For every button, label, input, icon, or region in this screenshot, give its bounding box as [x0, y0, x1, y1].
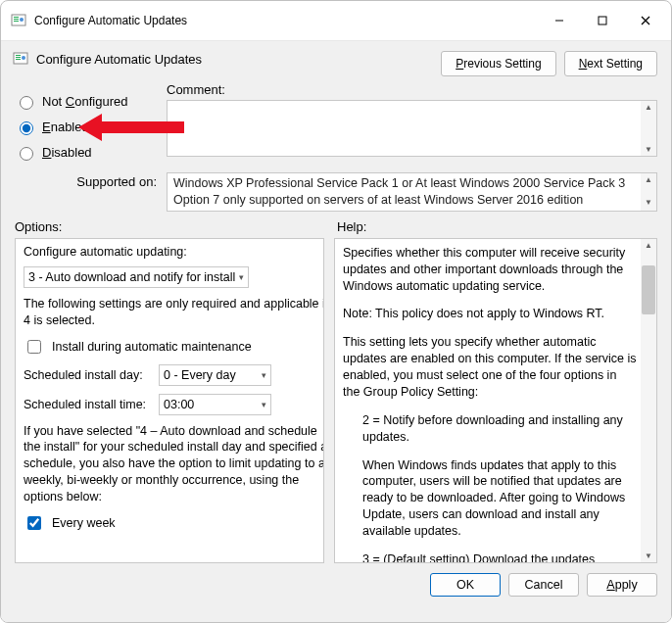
comment-label: Comment:	[167, 82, 657, 97]
radio-disabled[interactable]: Disabled	[15, 139, 167, 165]
svg-point-13	[22, 56, 25, 60]
install-maintenance-checkbox[interactable]: Install during automatic maintenance	[24, 337, 315, 357]
help-p2: Note: This policy does not apply to Wind…	[343, 306, 637, 322]
configure-updating-label: Configure automatic updating:	[24, 245, 315, 259]
scroll-up-icon: ▲	[643, 239, 654, 252]
svg-rect-3	[14, 21, 19, 22]
only-required-text: The following settings are only required…	[24, 296, 315, 329]
next-setting-button[interactable]: Next Setting	[564, 51, 657, 76]
scheduled-time-value: 03:00	[164, 398, 194, 411]
cancel-button[interactable]: Cancel	[508, 573, 579, 597]
ok-button[interactable]: OK	[430, 573, 501, 597]
scheduled-day-label: Scheduled install day:	[24, 368, 151, 382]
update-mode-value: 3 - Auto download and notify for install	[28, 270, 235, 284]
help-scrollbar[interactable]: ▲ ▼	[641, 239, 656, 562]
scroll-down-icon: ▼	[643, 143, 654, 156]
options-label: Options:	[15, 219, 337, 234]
svg-rect-12	[16, 59, 21, 60]
page-subtitle: Configure Automatic Updates	[36, 52, 202, 67]
scheduled-time-select[interactable]: 03:00 ▾	[159, 394, 271, 415]
apply-button[interactable]: Apply	[587, 573, 657, 597]
scroll-up-icon: ▲	[643, 101, 654, 114]
help-pane: Specifies whether this computer will rec…	[334, 238, 657, 563]
help-p4: 2 = Notify before downloading and instal…	[343, 412, 637, 446]
svg-rect-10	[16, 55, 21, 56]
svg-rect-2	[14, 19, 19, 20]
help-p5: When Windows finds updates that apply to…	[343, 457, 637, 540]
chevron-down-icon: ▾	[262, 400, 266, 409]
comment-textarea[interactable]: ▲ ▼	[167, 100, 657, 157]
chevron-down-icon: ▾	[239, 272, 244, 282]
install-maintenance-label: Install during automatic maintenance	[52, 340, 252, 354]
minimize-button[interactable]	[538, 7, 581, 34]
supported-on-text: Windows XP Professional Service Pack 1 o…	[167, 172, 657, 212]
update-mode-select[interactable]: 3 - Auto download and notify for install…	[24, 266, 249, 288]
svg-rect-1	[14, 17, 19, 18]
help-p1: Specifies whether this computer will rec…	[343, 245, 637, 295]
scheduled-day-value: 0 - Every day	[164, 368, 236, 382]
every-week-checkbox[interactable]: Every week	[24, 513, 315, 533]
window-title: Configure Automatic Updates	[34, 14, 538, 27]
scroll-down-icon: ▼	[643, 550, 654, 562]
svg-rect-11	[16, 57, 21, 58]
svg-rect-6	[599, 17, 606, 24]
if-selected-text: If you have selected "4 – Auto download …	[24, 423, 315, 505]
options-pane: Configure automatic updating: 3 - Auto d…	[15, 238, 324, 563]
every-week-label: Every week	[52, 516, 116, 530]
supported-scrollbar[interactable]: ▲ ▼	[641, 173, 656, 211]
close-button[interactable]	[624, 7, 667, 34]
scheduled-day-select[interactable]: 0 - Every day ▾	[159, 364, 271, 386]
help-p3: This setting lets you specify whether au…	[343, 334, 637, 401]
scroll-down-icon: ▼	[643, 196, 654, 211]
radio-enabled[interactable]: Enabled	[15, 114, 167, 139]
scheduled-time-label: Scheduled install time:	[24, 398, 151, 411]
policy-icon	[11, 13, 26, 28]
scroll-up-icon: ▲	[643, 173, 654, 188]
previous-setting-button[interactable]: Previous Setting	[441, 51, 555, 76]
supported-on-label: Supported on:	[15, 172, 157, 212]
help-label: Help:	[337, 219, 657, 234]
scrollbar-thumb[interactable]	[642, 265, 655, 314]
svg-point-4	[20, 18, 24, 22]
radio-not-configured[interactable]: Not Configured	[15, 88, 167, 114]
maximize-button[interactable]	[581, 7, 624, 34]
help-p6: 3 = (Default setting) Download the updat…	[343, 551, 637, 562]
chevron-down-icon: ▾	[262, 370, 266, 380]
comment-scrollbar[interactable]: ▲ ▼	[641, 101, 656, 156]
policy-icon-large	[13, 51, 28, 67]
